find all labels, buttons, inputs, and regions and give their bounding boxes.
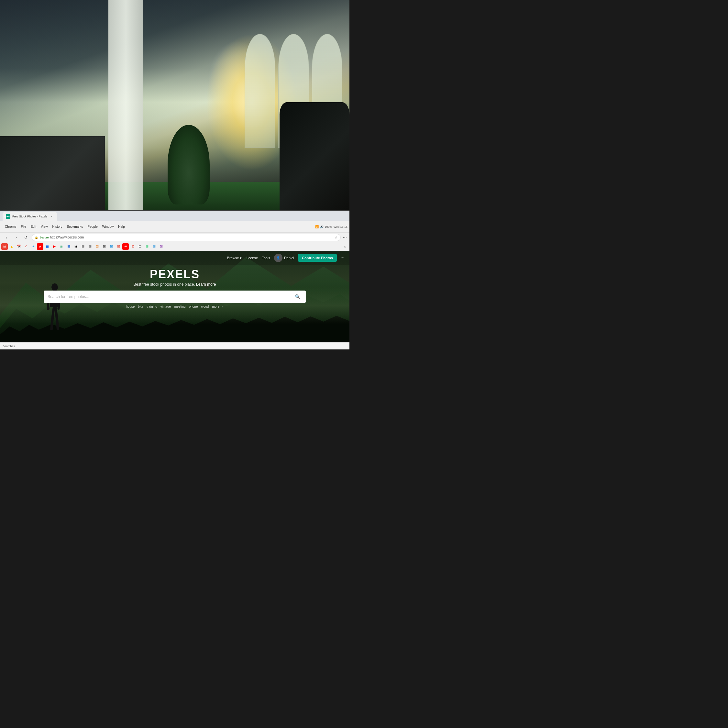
quick-tag-blur[interactable]: blur — [138, 305, 143, 308]
pexels-search-wrapper: Search for free photos... 🔍 — [44, 291, 306, 303]
trello-icon[interactable]: ⊟ — [65, 243, 72, 250]
adobe-icon[interactable]: Ai — [122, 243, 129, 250]
nav-more-button[interactable]: ⋯ — [341, 256, 344, 260]
pdf-icon[interactable]: A — [37, 243, 43, 250]
bookmark-icon[interactable]: ☆ — [335, 235, 338, 239]
pexels-nav-links: Browse ▾ License Tools 👤 Daniel — [227, 254, 344, 262]
pexels-logo: PEXELS — [150, 269, 200, 280]
menu-edit[interactable]: Edit — [30, 224, 37, 229]
menu-window[interactable]: Window — [101, 224, 115, 229]
quick-tag-vintage[interactable]: vintage — [161, 305, 171, 308]
telegram-icon[interactable]: ✈ — [30, 243, 36, 250]
ext-icon-3[interactable]: ⊟ — [87, 243, 93, 250]
quick-tag-house[interactable]: house — [126, 305, 135, 308]
browse-dropdown-icon: ▾ — [240, 256, 242, 260]
ext-icon-5[interactable]: ⊞ — [101, 243, 107, 250]
chrome-menu-items: Chrome File Edit View History Bookmarks … — [2, 224, 128, 229]
calendar-icon[interactable]: 📅 — [15, 243, 22, 250]
user-avatar-area[interactable]: 👤 Daniel — [274, 254, 294, 262]
learn-more-link[interactable]: Learn more — [196, 282, 216, 287]
tab-title: Free Stock Photos · Pexels — [12, 215, 47, 218]
youtube-icon[interactable]: ▶ — [51, 243, 58, 250]
search-placeholder-text: Search for free photos... — [47, 294, 290, 299]
ext-icon-11[interactable]: ⊟ — [151, 243, 157, 250]
pexels-hero: Browse ▾ License Tools 👤 Daniel — [0, 251, 349, 342]
battery-text: 100% — [325, 225, 332, 228]
google-drive-icon[interactable]: ▲ — [8, 243, 15, 250]
user-name: Daniel — [284, 256, 294, 260]
menu-bookmarks[interactable]: Bookmarks — [66, 224, 84, 229]
pexels-hero-text-area: PEXELS Best free stock photos in one pla… — [0, 269, 349, 308]
wifi-icon: 📶 — [315, 225, 319, 228]
address-bar-row: ‹ › ↺ 🔒 Secure https://www.pexels.com ☆ … — [0, 232, 349, 242]
more-tags-link[interactable]: more → — [212, 305, 223, 308]
address-bar[interactable]: 🔒 Secure https://www.pexels.com ☆ — [32, 234, 341, 241]
quick-tag-training[interactable]: training — [147, 305, 157, 308]
search-magnifier-icon: 🔍 — [295, 294, 300, 299]
toolbar-right-items: 📶 🔊 100% Wed 16:15 — [315, 225, 347, 228]
gmail-extension-icon[interactable]: M — [1, 243, 8, 250]
volume-icon: 🔊 — [320, 225, 324, 228]
quick-search-tags: house blur training vintage meeting phon… — [126, 305, 223, 308]
forward-button[interactable]: › — [12, 234, 20, 242]
ext-icon-2[interactable]: ⊞ — [80, 243, 86, 250]
menu-file[interactable]: File — [20, 224, 27, 229]
chrome-tab-bar: PEXELS Free Stock Photos · Pexels × — [0, 211, 349, 221]
office-plant — [168, 125, 210, 205]
ext-icon-4[interactable]: ⊡ — [94, 243, 100, 250]
laptop-screen: PEXELS Free Stock Photos · Pexels × Chro… — [0, 211, 349, 349]
reload-button[interactable]: ↺ — [22, 234, 30, 242]
laptop-bezel: PEXELS Free Stock Photos · Pexels × Chro… — [0, 210, 349, 349]
chrome-browser: PEXELS Free Stock Photos · Pexels × Chro… — [0, 211, 349, 349]
office-chair — [280, 102, 349, 227]
menu-view[interactable]: View — [40, 224, 49, 229]
menu-help[interactable]: Help — [117, 224, 126, 229]
contribute-photos-button[interactable]: Contribute Photos — [298, 254, 337, 262]
chrome-status-bar: Searches — [0, 342, 349, 349]
ext-icon-7[interactable]: ⊟ — [115, 243, 122, 250]
ext-icon-12[interactable]: ⊠ — [158, 243, 164, 250]
menu-people[interactable]: People — [87, 224, 99, 229]
medium-icon[interactable]: M — [72, 243, 79, 250]
chrome-menu-toolbar: Chrome File Edit View History Bookmarks … — [0, 221, 349, 232]
extensions-icon[interactable]: ⋯ — [343, 235, 347, 240]
ext-icon-8[interactable]: ⊠ — [129, 243, 136, 250]
pexels-website: Browse ▾ License Tools 👤 Daniel — [0, 251, 349, 342]
clock: Wed 16:15 — [333, 225, 347, 228]
lock-icon: 🔒 — [35, 236, 38, 239]
sheets-icon[interactable]: ⊞ — [58, 243, 65, 250]
ext-icon-9[interactable]: ⊡ — [136, 243, 143, 250]
ext-icon-6[interactable]: ⊠ — [108, 243, 115, 250]
url-text: https://www.pexels.com — [50, 236, 84, 239]
background-photo — [0, 0, 349, 227]
pexels-navbar: Browse ▾ License Tools 👤 Daniel — [0, 251, 349, 265]
ext-icon-10[interactable]: ⊞ — [144, 243, 150, 250]
tab-close-button[interactable]: × — [49, 214, 54, 219]
quick-tag-meeting[interactable]: meeting — [174, 305, 186, 308]
office-pillar — [109, 0, 143, 227]
user-avatar: 👤 — [274, 254, 283, 262]
quick-tag-phone[interactable]: phone — [189, 305, 198, 308]
status-text: Searches — [3, 344, 15, 348]
ext-icon-close[interactable]: × — [342, 243, 348, 250]
license-link[interactable]: License — [246, 256, 258, 260]
todoist-icon[interactable]: ✓ — [23, 243, 29, 250]
window-arch-1 — [245, 34, 275, 148]
browse-link[interactable]: Browse ▾ — [227, 256, 242, 260]
address-bar-right-icons: ☆ — [335, 235, 338, 239]
back-button[interactable]: ‹ — [3, 234, 10, 242]
secure-label: Secure — [40, 236, 49, 239]
quick-tag-wood[interactable]: wood — [201, 305, 209, 308]
search-submit-button[interactable]: 🔍 — [293, 292, 302, 301]
pexels-search-bar[interactable]: Search for free photos... 🔍 — [44, 291, 306, 303]
ext-icon-1[interactable]: ◼ — [44, 243, 50, 250]
extensions-row: M ▲ 📅 ✓ ✈ A ◼ ▶ ⊞ ⊟ M ⊞ ⊟ ⊡ ⊞ ⊠ ⊟ Ai ⊠ ⊡ — [0, 242, 349, 251]
menu-history[interactable]: History — [51, 224, 63, 229]
tab-favicon: PEXELS — [6, 214, 10, 219]
tools-link[interactable]: Tools — [262, 256, 270, 260]
menu-chrome[interactable]: Chrome — [4, 224, 17, 229]
active-tab[interactable]: PEXELS Free Stock Photos · Pexels × — [3, 212, 57, 221]
pexels-tagline: Best free stock photos in one place. Lea… — [134, 282, 216, 287]
